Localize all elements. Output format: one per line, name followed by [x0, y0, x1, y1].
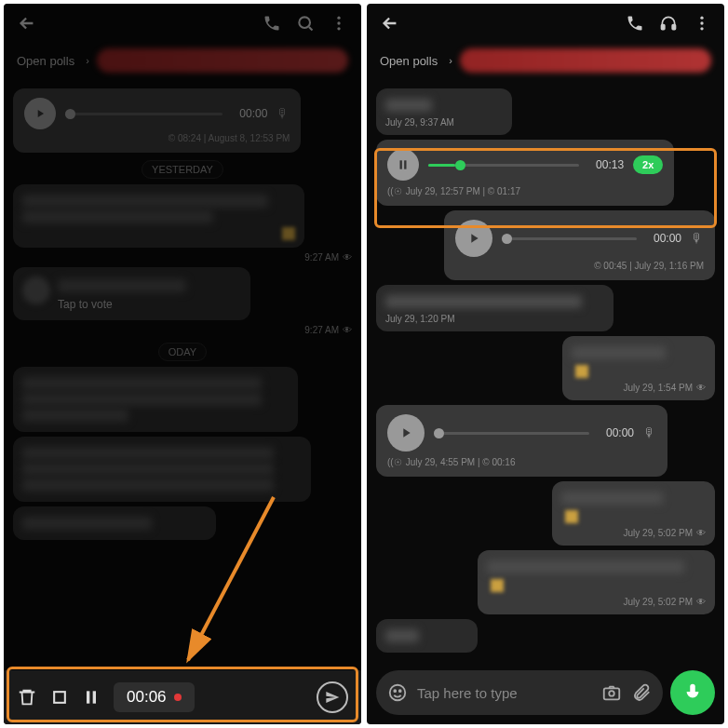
audio-meta: ((☉ July 29, 4:55 PM | © 00:16 [387, 457, 656, 467]
search-icon[interactable] [296, 14, 315, 33]
poll-pill [460, 48, 711, 73]
svg-point-3 [337, 27, 340, 30]
message-in[interactable]: July 29, 9:37 AM [376, 88, 512, 135]
camera-icon[interactable] [601, 682, 622, 703]
eye-icon: 👁 [343, 325, 352, 335]
svg-rect-6 [87, 691, 89, 703]
eye-icon: 👁 [696, 528, 706, 538]
audio-time: 00:00 [646, 232, 681, 245]
message-in[interactable] [13, 367, 298, 432]
polls-label: Open polls [17, 54, 74, 68]
message-in[interactable] [13, 184, 304, 248]
date-chip: YESTERDAY [13, 160, 352, 177]
recording-time: 00:06 [127, 688, 167, 707]
chat-area: 00:00 🎙 © 08:24 | August 8, 12:53 PM YES… [4, 78, 361, 619]
back-icon[interactable] [17, 13, 37, 34]
trash-icon[interactable] [17, 687, 37, 708]
svg-rect-14 [404, 160, 406, 169]
input-bar: Tap here to type [376, 670, 715, 715]
timestamp: July 29, 5:02 PM 👁 [561, 528, 706, 538]
record-dot-icon [174, 694, 182, 701]
mic-icon: 🎙 [276, 106, 290, 121]
audio-out[interactable]: 00:00 🎙 © 00:45 | July 29, 1:16 PM [444, 210, 715, 280]
svg-point-1 [337, 17, 340, 20]
poll-message[interactable]: Tap to vote [13, 267, 250, 320]
audio-time: 00:13 [588, 158, 624, 171]
svg-point-10 [700, 17, 703, 20]
header [4, 4, 361, 43]
audio-track[interactable] [434, 432, 589, 435]
message-out[interactable]: July 29, 1:54 PM 👁 [562, 336, 715, 400]
svg-point-11 [700, 21, 703, 24]
recording-time-box: 00:06 [114, 682, 195, 712]
audio-meta: © 00:45 | July 29, 1:16 PM [455, 261, 704, 271]
send-button[interactable] [317, 681, 348, 713]
timestamp: July 29, 9:37 AM [385, 117, 503, 128]
audio-track[interactable] [65, 113, 222, 115]
message-in[interactable] [13, 506, 216, 540]
eye-icon: 👁 [696, 597, 706, 607]
input-placeholder: Tap here to type [417, 685, 592, 701]
pause-icon[interactable] [82, 688, 101, 707]
more-icon[interactable] [330, 14, 348, 33]
broadcast-icon: ((☉ [387, 186, 402, 196]
more-icon[interactable] [693, 14, 711, 33]
message-out[interactable]: July 29, 5:02 PM 👁 [478, 550, 715, 614]
svg-rect-8 [662, 25, 665, 30]
call-icon[interactable] [626, 14, 644, 33]
message-input[interactable]: Tap here to type [376, 670, 663, 715]
date-chip: ODAY [13, 343, 352, 359]
svg-point-17 [399, 690, 401, 692]
back-icon[interactable] [380, 13, 400, 34]
svg-point-15 [390, 685, 406, 701]
message-out[interactable]: July 29, 5:02 PM 👁 [552, 481, 715, 546]
poll-pill [97, 48, 348, 73]
message-in[interactable] [376, 619, 478, 653]
stop-icon[interactable] [50, 688, 69, 707]
play-icon[interactable] [24, 98, 56, 129]
mic-button[interactable] [670, 670, 715, 715]
audio-time: 00:00 [599, 426, 634, 439]
pause-icon[interactable] [387, 149, 419, 181]
play-icon[interactable] [455, 220, 492, 257]
message-in[interactable] [13, 437, 311, 502]
svg-rect-9 [672, 25, 675, 30]
eye-icon: 👁 [696, 383, 706, 393]
chevron-right-icon: › [86, 55, 89, 66]
right-screen: Open polls› July 29, 9:37 AM 00:13 2x ((… [367, 4, 724, 724]
timestamp: 9:27 AM 👁 [13, 252, 352, 263]
svg-point-19 [609, 691, 614, 696]
call-icon[interactable] [263, 14, 281, 33]
recording-bar: 00:06 [4, 670, 361, 724]
play-icon[interactable] [387, 414, 425, 452]
audio-meta: © 08:24 | August 8, 12:53 PM [24, 133, 290, 143]
polls-row[interactable]: Open polls› [4, 43, 361, 78]
polls-label: Open polls [380, 54, 438, 68]
message-in[interactable]: July 29, 1:20 PM [376, 285, 613, 331]
svg-point-16 [394, 690, 396, 692]
svg-rect-13 [400, 160, 402, 169]
audio-in[interactable]: 00:00 🎙 ((☉ July 29, 4:55 PM | © 00:16 [376, 405, 667, 477]
audio-time: 00:00 [232, 107, 267, 120]
timestamp: July 29, 1:20 PM [385, 314, 604, 324]
speed-button[interactable]: 2x [633, 155, 663, 174]
voice-playing[interactable]: 00:13 2x ((☉ July 29, 12:57 PM | © 01:17 [376, 140, 674, 206]
audio-track[interactable] [502, 237, 637, 240]
tap-to-vote[interactable]: Tap to vote [58, 298, 241, 311]
svg-point-2 [337, 21, 340, 24]
attach-icon[interactable] [631, 682, 652, 703]
audio-meta: ((☉ July 29, 12:57 PM | © 01:17 [387, 186, 663, 196]
mic-icon: 🎙 [691, 231, 704, 246]
timestamp: 9:27 AM 👁 [13, 325, 352, 335]
polls-row[interactable]: Open polls› [367, 43, 724, 78]
avatar [22, 276, 50, 304]
audio-message[interactable]: 00:00 🎙 © 08:24 | August 8, 12:53 PM [13, 88, 301, 153]
chevron-right-icon: › [449, 55, 452, 66]
headset-icon[interactable] [659, 14, 678, 33]
broadcast-icon: ((☉ [387, 457, 402, 467]
chat-area: July 29, 9:37 AM 00:13 2x ((☉ July 29, 1… [367, 78, 724, 724]
svg-rect-7 [93, 691, 96, 703]
audio-track[interactable] [428, 164, 579, 167]
emoji-icon[interactable] [387, 682, 408, 703]
svg-point-12 [700, 27, 703, 30]
